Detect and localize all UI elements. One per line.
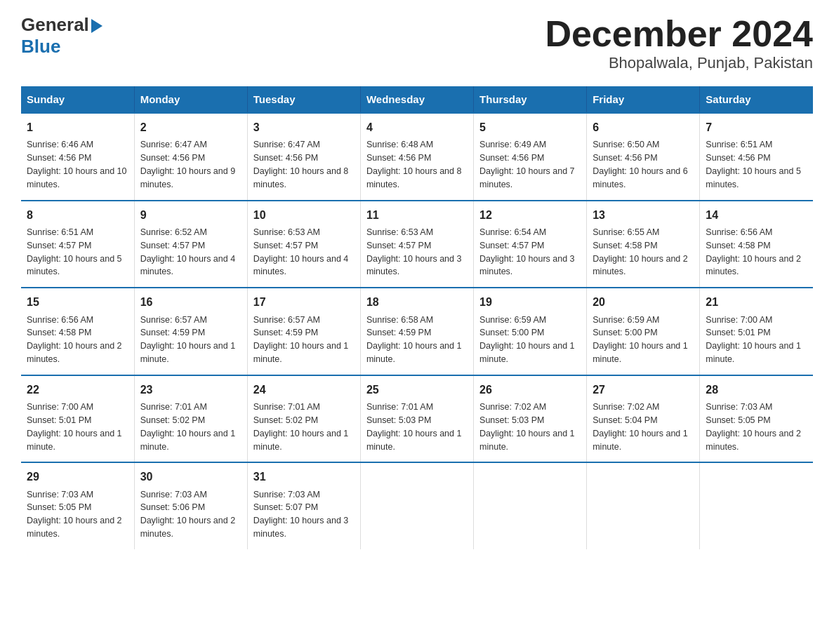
- day-info: Sunrise: 7:01 AMSunset: 5:02 PMDaylight:…: [253, 402, 349, 452]
- calendar-cell: 31Sunrise: 7:03 AMSunset: 5:07 PMDayligh…: [247, 462, 360, 549]
- day-info: Sunrise: 6:46 AMSunset: 4:56 PMDaylight:…: [27, 140, 126, 189]
- calendar-cell: 24Sunrise: 7:01 AMSunset: 5:02 PMDayligh…: [247, 375, 360, 463]
- day-number: 17: [253, 294, 355, 310]
- day-info: Sunrise: 7:02 AMSunset: 5:04 PMDaylight:…: [593, 402, 688, 452]
- day-number: 24: [253, 382, 355, 398]
- calendar-cell: 18Sunrise: 6:58 AMSunset: 4:59 PMDayligh…: [360, 288, 473, 375]
- calendar-cell: [587, 462, 700, 549]
- calendar-cell: 27Sunrise: 7:02 AMSunset: 5:04 PMDayligh…: [587, 375, 700, 463]
- col-sunday: Sunday: [21, 86, 134, 113]
- day-number: 31: [253, 469, 355, 485]
- day-info: Sunrise: 6:54 AMSunset: 4:57 PMDaylight:…: [479, 227, 575, 277]
- day-number: 7: [706, 119, 807, 135]
- day-number: 18: [366, 294, 468, 310]
- day-info: Sunrise: 7:03 AMSunset: 5:07 PMDaylight:…: [253, 490, 349, 539]
- day-number: 2: [140, 119, 241, 135]
- day-number: 29: [27, 469, 128, 485]
- calendar-cell: 1Sunrise: 6:46 AMSunset: 4:56 PMDaylight…: [21, 113, 134, 201]
- day-number: 27: [593, 382, 694, 398]
- day-number: 13: [593, 207, 694, 223]
- calendar-cell: 4Sunrise: 6:48 AMSunset: 4:56 PMDaylight…: [360, 113, 473, 201]
- day-info: Sunrise: 6:52 AMSunset: 4:57 PMDaylight:…: [140, 227, 236, 277]
- calendar-cell: 23Sunrise: 7:01 AMSunset: 5:02 PMDayligh…: [134, 375, 247, 463]
- day-number: 10: [253, 207, 355, 223]
- calendar-cell: [700, 462, 813, 549]
- calendar-cell: 16Sunrise: 6:57 AMSunset: 4:59 PMDayligh…: [134, 288, 247, 375]
- day-info: Sunrise: 6:57 AMSunset: 4:59 PMDaylight:…: [253, 315, 349, 365]
- day-info: Sunrise: 6:56 AMSunset: 4:58 PMDaylight:…: [27, 315, 122, 365]
- day-number: 8: [27, 207, 128, 223]
- day-number: 14: [706, 207, 807, 223]
- calendar-cell: 15Sunrise: 6:56 AMSunset: 4:58 PMDayligh…: [21, 288, 134, 375]
- day-info: Sunrise: 6:56 AMSunset: 4:58 PMDaylight:…: [706, 227, 801, 277]
- day-number: 3: [253, 119, 355, 135]
- day-info: Sunrise: 6:48 AMSunset: 4:56 PMDaylight:…: [366, 140, 462, 189]
- calendar-cell: 28Sunrise: 7:03 AMSunset: 5:05 PMDayligh…: [700, 375, 813, 463]
- calendar-cell: 2Sunrise: 6:47 AMSunset: 4:56 PMDaylight…: [134, 113, 247, 201]
- col-tuesday: Tuesday: [247, 86, 360, 113]
- day-info: Sunrise: 6:57 AMSunset: 4:59 PMDaylight:…: [140, 315, 236, 365]
- calendar-cell: 20Sunrise: 6:59 AMSunset: 5:00 PMDayligh…: [587, 288, 700, 375]
- logo-blue-text: Blue: [21, 36, 60, 57]
- day-info: Sunrise: 7:00 AMSunset: 5:01 PMDaylight:…: [27, 402, 122, 452]
- col-monday: Monday: [134, 86, 247, 113]
- day-number: 30: [140, 469, 241, 485]
- day-number: 25: [366, 382, 468, 398]
- day-number: 1: [27, 119, 128, 135]
- day-info: Sunrise: 6:55 AMSunset: 4:58 PMDaylight:…: [593, 227, 688, 277]
- calendar-cell: 10Sunrise: 6:53 AMSunset: 4:57 PMDayligh…: [247, 201, 360, 288]
- col-thursday: Thursday: [474, 86, 587, 113]
- calendar-cell: 12Sunrise: 6:54 AMSunset: 4:57 PMDayligh…: [474, 201, 587, 288]
- day-number: 6: [593, 119, 694, 135]
- day-info: Sunrise: 6:59 AMSunset: 5:00 PMDaylight:…: [479, 315, 575, 365]
- calendar-cell: 17Sunrise: 6:57 AMSunset: 4:59 PMDayligh…: [247, 288, 360, 375]
- day-info: Sunrise: 6:50 AMSunset: 4:56 PMDaylight:…: [593, 140, 688, 189]
- col-saturday: Saturday: [700, 86, 813, 113]
- logo-general-text: General: [21, 14, 89, 36]
- day-info: Sunrise: 7:03 AMSunset: 5:05 PMDaylight:…: [706, 402, 801, 452]
- day-number: 5: [479, 119, 581, 135]
- day-number: 4: [366, 119, 468, 135]
- col-wednesday: Wednesday: [360, 86, 473, 113]
- calendar-cell: 5Sunrise: 6:49 AMSunset: 4:56 PMDaylight…: [474, 113, 587, 201]
- calendar-table: Sunday Monday Tuesday Wednesday Thursday…: [21, 86, 813, 549]
- calendar-cell: 8Sunrise: 6:51 AMSunset: 4:57 PMDaylight…: [21, 201, 134, 288]
- day-number: 21: [706, 294, 807, 310]
- calendar-cell: 9Sunrise: 6:52 AMSunset: 4:57 PMDaylight…: [134, 201, 247, 288]
- day-info: Sunrise: 7:01 AMSunset: 5:02 PMDaylight:…: [140, 402, 236, 452]
- day-number: 11: [366, 207, 468, 223]
- calendar-cell: 7Sunrise: 6:51 AMSunset: 4:56 PMDaylight…: [700, 113, 813, 201]
- logo: General Blue: [21, 14, 102, 58]
- day-info: Sunrise: 6:58 AMSunset: 4:59 PMDaylight:…: [366, 315, 462, 365]
- day-info: Sunrise: 7:00 AMSunset: 5:01 PMDaylight:…: [706, 315, 801, 365]
- day-info: Sunrise: 6:47 AMSunset: 4:56 PMDaylight:…: [253, 140, 349, 189]
- day-info: Sunrise: 6:59 AMSunset: 5:00 PMDaylight:…: [593, 315, 688, 365]
- calendar-cell: 25Sunrise: 7:01 AMSunset: 5:03 PMDayligh…: [360, 375, 473, 463]
- calendar-cell: 11Sunrise: 6:53 AMSunset: 4:57 PMDayligh…: [360, 201, 473, 288]
- day-info: Sunrise: 7:03 AMSunset: 5:06 PMDaylight:…: [140, 490, 236, 539]
- calendar-week-row: 8Sunrise: 6:51 AMSunset: 4:57 PMDaylight…: [21, 201, 813, 288]
- day-number: 23: [140, 382, 241, 398]
- calendar-cell: 19Sunrise: 6:59 AMSunset: 5:00 PMDayligh…: [474, 288, 587, 375]
- calendar-cell: [474, 462, 587, 549]
- day-number: 19: [479, 294, 581, 310]
- day-number: 22: [27, 382, 128, 398]
- day-number: 20: [593, 294, 694, 310]
- calendar-cell: 21Sunrise: 7:00 AMSunset: 5:01 PMDayligh…: [700, 288, 813, 375]
- col-friday: Friday: [587, 86, 700, 113]
- calendar-header-row: Sunday Monday Tuesday Wednesday Thursday…: [21, 86, 813, 113]
- day-info: Sunrise: 6:51 AMSunset: 4:56 PMDaylight:…: [706, 140, 801, 189]
- calendar-week-row: 22Sunrise: 7:00 AMSunset: 5:01 PMDayligh…: [21, 375, 813, 463]
- day-info: Sunrise: 7:02 AMSunset: 5:03 PMDaylight:…: [479, 402, 575, 452]
- calendar-week-row: 15Sunrise: 6:56 AMSunset: 4:58 PMDayligh…: [21, 288, 813, 375]
- calendar-cell: 3Sunrise: 6:47 AMSunset: 4:56 PMDaylight…: [247, 113, 360, 201]
- calendar-cell: [360, 462, 473, 549]
- day-info: Sunrise: 7:03 AMSunset: 5:05 PMDaylight:…: [27, 490, 122, 539]
- calendar-week-row: 29Sunrise: 7:03 AMSunset: 5:05 PMDayligh…: [21, 462, 813, 549]
- calendar-cell: 30Sunrise: 7:03 AMSunset: 5:06 PMDayligh…: [134, 462, 247, 549]
- title-block: December 2024 Bhopalwala, Punjab, Pakist…: [545, 14, 813, 72]
- calendar-cell: 13Sunrise: 6:55 AMSunset: 4:58 PMDayligh…: [587, 201, 700, 288]
- day-info: Sunrise: 6:47 AMSunset: 4:56 PMDaylight:…: [140, 140, 236, 189]
- day-number: 28: [706, 382, 807, 398]
- day-number: 12: [479, 207, 581, 223]
